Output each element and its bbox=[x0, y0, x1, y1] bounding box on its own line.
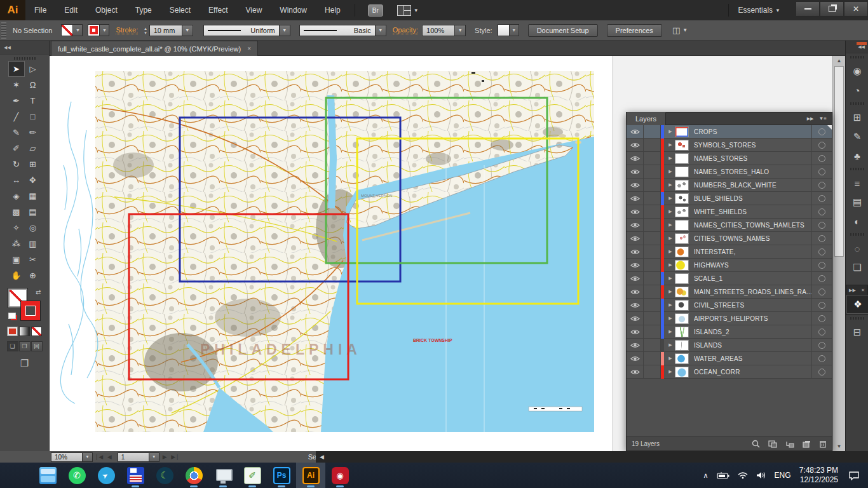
layer-name[interactable]: WATER_AREAS bbox=[694, 355, 811, 362]
default-fill-stroke-icon[interactable] bbox=[8, 313, 16, 319]
lock-toggle[interactable] bbox=[644, 365, 661, 379]
NAMES_STORES[interactable]: ▶ NAMES_STORES bbox=[627, 152, 832, 165]
panel-grip[interactable] bbox=[1, 22, 6, 39]
target-circle[interactable] bbox=[811, 139, 832, 151]
layer-name[interactable]: INTERSTATE, bbox=[694, 248, 811, 255]
layer-name[interactable]: NAMES_STORES_HALO bbox=[694, 168, 811, 175]
lock-toggle[interactable] bbox=[644, 352, 661, 365]
target-circle[interactable] bbox=[811, 232, 832, 245]
eraser-tool[interactable]: ▱ bbox=[25, 140, 41, 156]
document-tab[interactable]: full_white_castle_complete_all.ai* @ 10%… bbox=[51, 41, 258, 56]
preferences-button[interactable]: Preferences bbox=[607, 24, 662, 37]
NAMES_CITIES_TOWNS_HAMLETS[interactable]: ▶ NAMES_CITIES_TOWNS_HAMLETS bbox=[627, 219, 832, 232]
layer-name[interactable]: AIRPORTS_HELIPORTS bbox=[694, 315, 811, 322]
notification-center-icon[interactable] bbox=[846, 469, 862, 482]
panel-collapse-icon[interactable]: ▶▶ bbox=[807, 116, 814, 121]
illustrator[interactable]: Ai bbox=[296, 463, 325, 488]
layer-name[interactable]: MAIN_STREETS_ROADS_LINES_RA... bbox=[694, 288, 811, 295]
layer-name[interactable]: CITIES_TOWNS_NAMES bbox=[694, 235, 811, 242]
menu-item[interactable]: Help bbox=[316, 0, 349, 20]
target-circle[interactable] bbox=[811, 219, 832, 231]
volume-icon[interactable] bbox=[756, 471, 766, 479]
telegram[interactable]: ➤ bbox=[92, 463, 121, 488]
stroke-weight-stepper[interactable]: ▴ ▾ bbox=[144, 26, 147, 35]
chevron-down-icon[interactable]: ▼ bbox=[280, 25, 290, 36]
expand-triangle-icon[interactable]: ▶ bbox=[666, 262, 675, 268]
expand-triangle-icon[interactable]: ▶ bbox=[666, 196, 675, 201]
language-indicator[interactable]: ENG bbox=[775, 471, 791, 480]
color-panel-icon[interactable]: ◉ bbox=[846, 62, 868, 81]
toolbar-collapse-button[interactable]: ◀◀ bbox=[0, 41, 49, 55]
target-circle[interactable] bbox=[811, 192, 832, 205]
target-circle[interactable] bbox=[811, 179, 832, 191]
line-segment-tool[interactable]: ╱ bbox=[8, 109, 25, 125]
wifi-icon[interactable] bbox=[738, 471, 748, 479]
minimize-button[interactable] bbox=[796, 1, 820, 17]
menu-item[interactable]: Edit bbox=[55, 0, 86, 20]
lock-toggle[interactable] bbox=[644, 165, 661, 179]
fill-dropdown[interactable]: ▼ bbox=[73, 24, 83, 36]
target-circle[interactable] bbox=[811, 259, 832, 271]
expand-triangle-icon[interactable]: ▶ bbox=[666, 156, 675, 161]
screen-mode-button[interactable]: ❐ bbox=[17, 358, 32, 369]
crescent-app[interactable]: ☾ bbox=[150, 463, 179, 488]
visibility-eye-icon[interactable] bbox=[627, 339, 644, 352]
battery-icon[interactable] bbox=[717, 472, 729, 479]
target-circle[interactable] bbox=[811, 285, 832, 298]
panel-menu-icon[interactable]: ▼≡ bbox=[818, 116, 827, 121]
menu-item[interactable]: Select bbox=[161, 0, 200, 20]
scroll-up-icon[interactable]: ▲ bbox=[833, 56, 845, 65]
target-circle[interactable] bbox=[811, 312, 832, 325]
zoom-tool[interactable]: ⊕ bbox=[25, 268, 41, 283]
mesh-tool[interactable]: ▩ bbox=[8, 204, 25, 220]
last-artboard-button[interactable]: ▶| bbox=[171, 454, 179, 460]
chevron-down-icon[interactable]: ▼ bbox=[149, 452, 159, 462]
first-artboard-button[interactable]: |◀ bbox=[96, 454, 104, 460]
menu-item[interactable]: View bbox=[237, 0, 271, 20]
none-mode-button[interactable] bbox=[31, 327, 42, 336]
next-artboard-button[interactable]: ▶ bbox=[163, 454, 168, 460]
layer-name[interactable]: OCEAN_CORR bbox=[694, 369, 811, 376]
clock[interactable]: 7:48:23 PM 12/12/2025 bbox=[799, 466, 838, 485]
notepad-plus-plus[interactable]: ✐ bbox=[238, 463, 267, 488]
expand-triangle-icon[interactable]: ▶ bbox=[666, 182, 675, 187]
HIGHWAYS[interactable]: ▶ HIGHWAYS bbox=[627, 259, 832, 272]
color-mode-button[interactable] bbox=[7, 327, 18, 336]
align-options-icon[interactable]: ◫ bbox=[672, 25, 680, 35]
pen-tool[interactable]: ✒ bbox=[8, 93, 25, 109]
CIVIL_STREETS[interactable]: ▶ CIVIL_STREETS bbox=[627, 299, 832, 312]
layer-name[interactable]: NAMES_STORES bbox=[694, 155, 811, 162]
expand-triangle-icon[interactable]: ▶ bbox=[666, 222, 675, 227]
expand-triangle-icon[interactable]: ▶ bbox=[666, 316, 675, 321]
fill-color-swatch[interactable] bbox=[61, 24, 73, 36]
panel-grip[interactable] bbox=[14, 57, 36, 60]
expand-triangle-icon[interactable]: ▶ bbox=[666, 289, 675, 294]
restore-button[interactable] bbox=[820, 1, 844, 17]
brush-definition-combo[interactable]: Basic ▼ bbox=[299, 25, 386, 36]
WATER_AREAS[interactable]: ▶ WATER_AREAS bbox=[627, 352, 832, 365]
lock-toggle[interactable] bbox=[644, 299, 661, 312]
target-circle[interactable] bbox=[811, 365, 832, 378]
lasso-tool[interactable]: Ω bbox=[25, 77, 41, 93]
scale-tool[interactable]: ⊞ bbox=[25, 156, 41, 172]
lock-toggle[interactable] bbox=[644, 139, 661, 152]
target-circle[interactable] bbox=[811, 152, 832, 165]
blob-brush-tool[interactable]: ✐ bbox=[8, 140, 25, 156]
gradient-tool[interactable]: ▤ bbox=[25, 204, 41, 220]
lock-toggle[interactable] bbox=[644, 259, 661, 272]
visibility-eye-icon[interactable] bbox=[627, 325, 644, 339]
layer-name[interactable]: ISLANDS_2 bbox=[694, 329, 811, 336]
layer-name[interactable]: WHITE_SHIELDS bbox=[694, 208, 811, 215]
shape-builder-tool[interactable]: ◈ bbox=[8, 188, 25, 204]
MAIN_STREETS_ROADS_LINES_RA...[interactable]: ▶ MAIN_STREETS_ROADS_LINES_RA... bbox=[627, 285, 832, 299]
stroke-label[interactable]: Stroke: bbox=[116, 26, 138, 34]
lock-toggle[interactable] bbox=[644, 325, 661, 339]
artboard-combo[interactable]: 1 ▼ bbox=[118, 452, 159, 462]
stroke-weight-combo[interactable]: 10 mm ▼ bbox=[149, 25, 193, 36]
brushes-icon[interactable]: ✎ bbox=[846, 127, 868, 146]
visibility-eye-icon[interactable] bbox=[627, 299, 644, 312]
stroke-icon[interactable]: ≡ bbox=[846, 173, 868, 193]
chrome[interactable] bbox=[179, 463, 208, 488]
visibility-eye-icon[interactable] bbox=[627, 179, 644, 192]
OCEAN_CORR[interactable]: ▶ OCEAN_CORR bbox=[627, 365, 832, 379]
